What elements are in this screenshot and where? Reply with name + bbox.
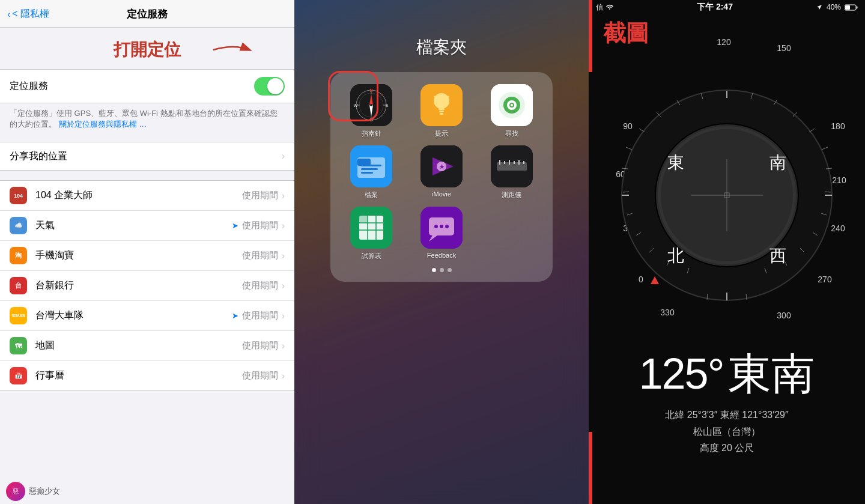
folder-dot-2[interactable] xyxy=(440,268,444,272)
location-arrow-icon: ➤ xyxy=(232,221,238,230)
tips-app-icon xyxy=(420,84,463,126)
app-list-section: 104 104 企業大師 使用期間 › ☁️ 天氣 ➤ 使用期間 › 淘 手機淘… xyxy=(0,180,294,391)
files-app-label: 檔案 xyxy=(365,190,378,199)
location-arrow-icon2: ➤ xyxy=(232,311,238,320)
folder-dot-3[interactable] xyxy=(448,268,452,272)
svg-rect-32 xyxy=(361,168,378,170)
svg-text:南: 南 xyxy=(769,153,786,172)
app-value-maps: 使用期間 xyxy=(242,340,278,351)
svg-text:210: 210 xyxy=(832,175,846,185)
list-item[interactable]: 🗺 地圖 使用期間 › xyxy=(0,331,294,361)
app-icon-104: 104 xyxy=(10,187,27,204)
folder-app-findmy[interactable]: 尋找 xyxy=(480,84,543,138)
location-service-toggle[interactable] xyxy=(254,77,285,96)
app-value-calendar: 使用期間 xyxy=(242,370,278,381)
folder-app-feedback[interactable]: Feedback xyxy=(410,207,473,261)
folder-app-sheets[interactable]: 試算表 xyxy=(340,207,403,261)
svg-line-80 xyxy=(822,147,828,150)
compass-dial: 120 150 90 180 60 210 30 240 0 270 330 3… xyxy=(598,33,862,348)
folder-app-measure[interactable]: 測距儀 xyxy=(480,145,543,199)
home-screen-panel: 檔案夾 xyxy=(294,0,589,504)
list-item[interactable]: ☁️ 天氣 ➤ 使用期間 › xyxy=(0,211,294,241)
app-name-taishin: 台新銀行 xyxy=(35,279,242,292)
measure-app-icon xyxy=(491,145,533,187)
svg-rect-18 xyxy=(440,113,443,115)
files-icon-svg xyxy=(350,145,392,187)
share-location-row[interactable]: 分享我的位置 › xyxy=(0,142,294,170)
folder-app-imovie[interactable]: ★ iMovie xyxy=(410,145,473,199)
folder-container: N S W E 指南針 xyxy=(330,72,553,282)
nav-back-label[interactable]: < 隱私權 xyxy=(12,8,49,20)
location-service-row[interactable]: 定位服務 xyxy=(0,70,294,103)
app-name-calendar: 行事曆 xyxy=(35,369,242,382)
tips-app-label: 提示 xyxy=(435,129,448,138)
chevron-left-icon: ‹ xyxy=(7,9,10,20)
compass-svg: 120 150 90 180 60 210 30 240 0 270 330 3… xyxy=(598,33,856,345)
location-status-icon xyxy=(816,4,823,11)
svg-point-58 xyxy=(445,225,449,228)
svg-point-57 xyxy=(440,225,443,228)
compass-direction-value: 東南 xyxy=(728,345,815,403)
share-location-section: 分享我的位置 › xyxy=(0,142,294,171)
list-item[interactable]: 淘 手機淘寶 使用期間 › xyxy=(0,241,294,271)
status-right: 40% xyxy=(816,3,858,11)
svg-text:150: 150 xyxy=(777,43,791,53)
svg-rect-44 xyxy=(518,160,520,165)
app-icon-maps: 🗺 xyxy=(10,337,27,354)
nav-title: 定位服務 xyxy=(127,7,168,21)
compass-degree-value: 125° xyxy=(639,349,724,398)
folder-app-compass[interactable]: N S W E 指南針 xyxy=(340,84,403,138)
list-item[interactable]: 104 104 企業大師 使用期間 › xyxy=(0,181,294,211)
location-description: 「定位服務」使用 GPS、藍牙、眾包 Wi-Fi 熱點和基地台的所在位置來確認您… xyxy=(0,103,294,137)
measure-icon-svg xyxy=(491,145,533,187)
tips-icon-svg xyxy=(420,84,463,126)
svg-rect-31 xyxy=(361,165,381,166)
compass-app-icon: N S W E xyxy=(350,84,392,126)
feedback-app-label: Feedback xyxy=(427,252,456,259)
toggle-knob xyxy=(267,78,284,94)
app-value-taiwan55: 使用期間 xyxy=(242,310,278,321)
status-time: 下午 2:47 xyxy=(697,2,733,13)
files-app-icon xyxy=(350,145,392,187)
compass-coordinates: 北緯 25°3′3″ 東經 121°33′29″ 松山區（台灣） 高度 20 公… xyxy=(589,407,865,456)
compass-main-reading: 125° 東南 xyxy=(589,345,865,403)
compass-app-label: 指南針 xyxy=(362,129,381,138)
list-item[interactable]: 台 台新銀行 使用期間 › xyxy=(0,271,294,301)
list-item[interactable]: 📅 行事曆 使用期間 › xyxy=(0,361,294,390)
imovie-app-icon: ★ xyxy=(420,145,463,187)
svg-rect-16 xyxy=(439,108,445,110)
arrow-icon xyxy=(210,41,258,59)
findmy-app-icon xyxy=(491,84,533,126)
svg-point-15 xyxy=(434,93,449,109)
app-name-maps: 地圖 xyxy=(35,339,242,352)
app-name-taiwan55: 台灣大車隊 xyxy=(35,309,232,322)
watermark-text: 惡癲少女 xyxy=(29,486,60,497)
annotation-text: 打開定位 xyxy=(114,40,181,59)
folder-app-files[interactable]: 檔案 xyxy=(340,145,403,199)
sheets-app-label: 試算表 xyxy=(362,252,381,261)
svg-line-20 xyxy=(448,96,449,97)
folder-app-tips[interactable]: 提示 xyxy=(410,84,473,138)
svg-marker-118 xyxy=(651,276,659,284)
coords-line3: 高度 20 公尺 xyxy=(589,440,865,456)
svg-point-56 xyxy=(434,225,438,228)
share-chevron-icon: › xyxy=(282,151,285,162)
settings-panel: ‹ < 隱私權 定位服務 打開定位 定位服務 「定 xyxy=(0,0,294,504)
app-value-104: 使用期間 xyxy=(242,190,278,201)
svg-text:N: N xyxy=(370,88,373,93)
app-icon-taishin: 台 xyxy=(10,277,27,294)
app-name-taobao: 手機淘寶 xyxy=(35,249,242,262)
list-item[interactable]: 55688 台灣大車隊 ➤ 使用期間 › xyxy=(0,301,294,331)
nav-back-button[interactable]: ‹ < 隱私權 xyxy=(7,8,49,20)
app-value-taishin: 使用期間 xyxy=(242,280,278,291)
svg-line-98 xyxy=(626,147,632,150)
coords-line2: 松山區（台灣） xyxy=(589,424,865,440)
folder-page-dots xyxy=(340,268,543,272)
battery-percent: 40% xyxy=(827,3,841,11)
compass-panel: 信 下午 2:47 40% 截圖 120 xyxy=(589,0,865,504)
compass-reading: 125° 東南 北緯 25°3′3″ 東經 121°33′29″ 松山區（台灣）… xyxy=(589,345,865,456)
description-link[interactable]: 關於定位服務與隱私權 … xyxy=(59,120,147,129)
folder-dot-1[interactable] xyxy=(432,268,436,272)
app-icon-calendar: 📅 xyxy=(10,367,27,384)
svg-rect-45 xyxy=(523,161,524,164)
